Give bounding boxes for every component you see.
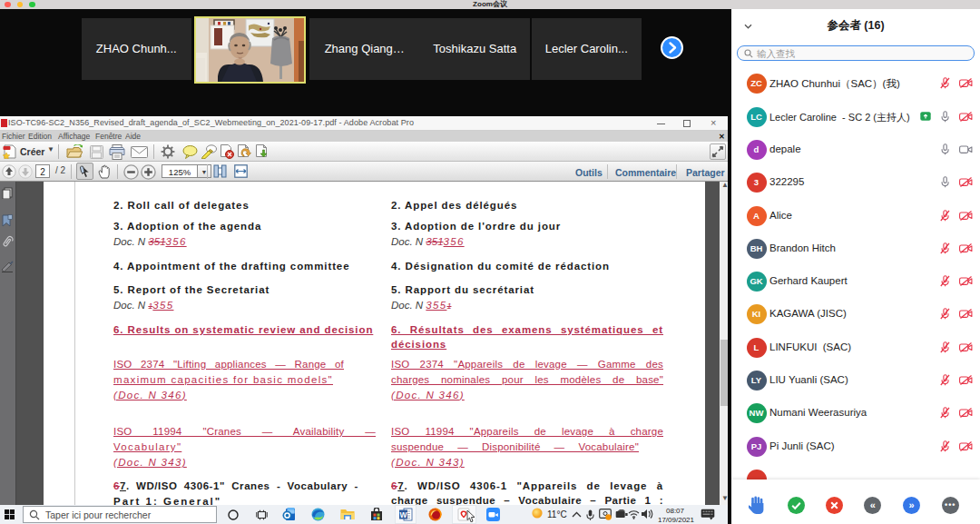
svg-text:W: W — [399, 510, 407, 519]
